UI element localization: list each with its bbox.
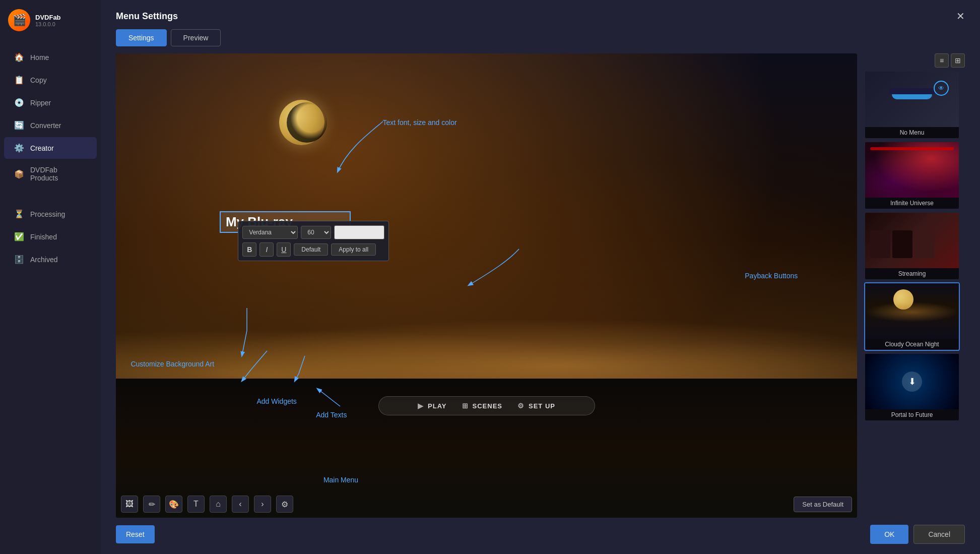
setup-button[interactable]: ⚙ SET UP (517, 402, 555, 410)
home-tool-button[interactable]: ⌂ (210, 496, 227, 513)
sidebar-item-home[interactable]: 🏠 Home (4, 46, 97, 68)
theme-label-portal-to-future: Portal to Future (865, 409, 959, 420)
color-picker[interactable] (334, 225, 384, 239)
play-label: PLAY (428, 402, 446, 410)
theme-label-streaming: Streaming (865, 268, 959, 279)
theme-card-streaming[interactable]: Streaming (864, 212, 960, 280)
theme-card-portal-to-future[interactable]: ⬇ Portal to Future (864, 353, 960, 421)
ok-button[interactable]: OK (870, 525, 908, 544)
theme-thumb-streaming (865, 213, 959, 268)
annotation-text-font: Text font, size and color (383, 118, 457, 127)
theme-label-no-menu: No Menu (865, 127, 959, 138)
dialog-close-button[interactable]: ✕ (956, 10, 965, 22)
sidebar-label-ripper: Ripper (30, 99, 51, 107)
main-content: Menu Settings ✕ Settings Preview (101, 0, 980, 554)
canvas-title-area: Verdana 60 B I U Default App (220, 211, 351, 233)
setup-icon: ⚙ (517, 402, 525, 410)
cancel-button[interactable]: Cancel (913, 525, 965, 544)
finished-icon: ✅ (14, 232, 24, 241)
processing-icon: ⏳ (14, 209, 24, 219)
tab-settings[interactable]: Settings (116, 29, 167, 46)
sidebar-label-copy: Copy (30, 76, 47, 84)
creator-icon: ⚙️ (14, 143, 24, 153)
font-toolbar: Verdana 60 B I U Default App (238, 221, 389, 261)
view-toggle: ≡ ⊞ (864, 53, 965, 68)
theme-card-cloudy-ocean-night[interactable]: Cloudy Ocean Night (864, 282, 960, 351)
apply-all-button[interactable]: Apply to all (331, 243, 376, 256)
sidebar-item-converter[interactable]: 🔄 Converter (4, 114, 97, 136)
annotation-payback-buttons: Payback Buttons (745, 272, 798, 280)
ripper-icon: 💿 (14, 98, 24, 107)
text-tool-button[interactable]: T (187, 496, 205, 513)
scenes-icon: ⊞ (462, 402, 469, 410)
archived-icon: 🗄️ (14, 255, 24, 264)
tab-preview[interactable]: Preview (171, 29, 221, 46)
underline-button[interactable]: U (277, 242, 291, 257)
app-logo: 🎬 DVDFab 13.0.0.0 (0, 0, 101, 40)
canvas-toolbar: 🖼 ✏ 🎨 T ⌂ ‹ › ⚙ Set as Default (121, 496, 852, 513)
font-size-select[interactable]: 60 (301, 226, 331, 239)
annotation-customize-bg: Customize Background Art (130, 360, 214, 368)
annotation-add-widgets: Add Widgets (256, 397, 296, 405)
dialog-footer: Reset OK Cancel (116, 518, 965, 544)
prev-tool-button[interactable]: ‹ (232, 496, 249, 513)
font-family-select[interactable]: Verdana (242, 226, 298, 239)
sidebar-item-dvdfab-products[interactable]: 📦 DVDFab Products (4, 160, 97, 188)
sidebar-label-processing: Processing (30, 210, 65, 218)
moon-decoration (279, 100, 324, 145)
font-row-2: B I U Default Apply to all (242, 242, 384, 257)
setup-label: SET UP (529, 402, 555, 410)
set-default-button[interactable]: Set as Default (794, 497, 852, 512)
sidebar-item-ripper[interactable]: 💿 Ripper (4, 92, 97, 113)
home-icon: 🏠 (14, 52, 24, 62)
sidebar-item-copy[interactable]: 📋 Copy (4, 69, 97, 91)
footer-right-buttons: OK Cancel (870, 525, 965, 544)
sidebar-label-converter: Converter (30, 121, 61, 130)
bold-button[interactable]: B (242, 242, 256, 257)
theme-panel: 👁 No Menu Infinite Universe (864, 71, 960, 421)
sidebar-label-dvdfab-products: DVDFab Products (30, 166, 87, 182)
palette-tool-button[interactable]: 🎨 (165, 496, 182, 513)
copy-icon: 📋 (14, 75, 24, 85)
theme-thumb-ocean (865, 283, 959, 339)
scenes-button[interactable]: ⊞ SCENES (462, 402, 502, 410)
sidebar-label-finished: Finished (30, 233, 57, 241)
italic-button[interactable]: I (259, 242, 274, 257)
sidebar: 🎬 DVDFab 13.0.0.0 🏠 Home 📋 Copy 💿 Ripper… (0, 0, 101, 554)
theme-card-infinite-universe[interactable]: Infinite Universe (864, 141, 960, 210)
converter-icon: 🔄 (14, 120, 24, 130)
play-button[interactable]: ▶ PLAY (418, 402, 446, 410)
sidebar-label-home: Home (30, 53, 49, 61)
reset-button[interactable]: Reset (116, 525, 155, 543)
right-panel-wrapper: ≡ ⊞ 👁 No Menu (864, 53, 965, 518)
dialog-title: Menu Settings (116, 11, 178, 22)
app-version: 13.0.0.0 (35, 21, 61, 27)
sidebar-label-archived: Archived (30, 256, 57, 264)
theme-thumb-no-menu: 👁 (865, 72, 959, 127)
edit-tool-button[interactable]: ✏ (143, 496, 160, 513)
dialog-overlay: Menu Settings ✕ Settings Preview (101, 0, 980, 554)
annotation-main-menu: Main Menu (323, 476, 358, 484)
sidebar-item-finished[interactable]: ✅ Finished (4, 226, 97, 248)
theme-card-no-menu[interactable]: 👁 No Menu (864, 71, 960, 139)
grid-view-button[interactable]: ⊞ (951, 53, 965, 68)
app-name: DVDFab (35, 14, 61, 21)
canvas-area: Verdana 60 B I U Default App (116, 53, 857, 518)
theme-label-cloudy-ocean-night: Cloudy Ocean Night (865, 339, 959, 350)
list-view-button[interactable]: ≡ (935, 53, 949, 68)
sidebar-item-creator[interactable]: ⚙️ Creator (4, 137, 97, 159)
sidebar-item-archived[interactable]: 🗄️ Archived (4, 249, 97, 270)
settings-tool-button[interactable]: ⚙ (276, 496, 293, 513)
content-row: Verdana 60 B I U Default App (116, 53, 965, 518)
annotation-add-texts: Add Texts (316, 411, 347, 419)
toolbar-icons-group: 🖼 ✏ 🎨 T ⌂ ‹ › ⚙ (121, 496, 293, 513)
image-tool-button[interactable]: 🖼 (121, 496, 138, 513)
theme-thumb-infinite (865, 142, 959, 198)
default-button[interactable]: Default (294, 243, 328, 256)
logo-icon: 🎬 (8, 9, 30, 31)
dialog-tabs: Settings Preview (116, 29, 965, 46)
sidebar-item-processing[interactable]: ⏳ Processing (4, 203, 97, 225)
playback-buttons-group: ▶ PLAY ⊞ SCENES ⚙ SET UP (378, 396, 595, 415)
next-tool-button[interactable]: › (254, 496, 271, 513)
theme-label-infinite-universe: Infinite Universe (865, 198, 959, 209)
